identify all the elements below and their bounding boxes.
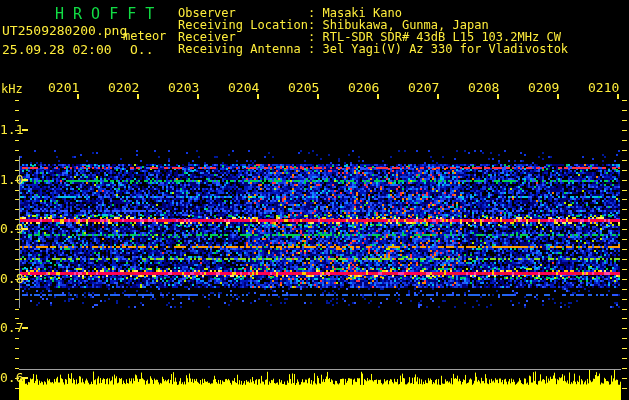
time-axis-label: 0202 [108,80,139,95]
info-value: 3el Yagi(V) Az 330 for Vladivostok [322,42,568,56]
time-axis-label: 0210 [588,80,619,95]
freq-axis-label: 0.8 [0,271,22,286]
hrofft-output: H R O F F T UT2509280200.png meteor 25.0… [0,0,629,400]
mode-label: meteor [123,29,166,43]
time-axis-label: 0208 [468,80,499,95]
info-row-antenna: Receiving Antenna: 3el Yagi(V) Az 330 fo… [178,43,568,55]
freq-axis-label: 0.6 [0,370,22,385]
info-label: Receiving Antenna [178,43,308,55]
spectrogram-canvas [0,0,629,400]
freq-axis-label: 1.1 [0,122,22,137]
time-axis-label: 0201 [48,80,79,95]
time-axis-label: 0205 [288,80,319,95]
output-filename: UT2509280200.png [2,23,127,38]
time-axis-label: 0206 [348,80,379,95]
datetime-label: 25.09.28 02:00 [2,42,112,57]
freq-axis-label: 0.7 [0,320,22,335]
time-axis-label: 0207 [408,80,439,95]
freq-axis-label: 0.9 [0,221,22,236]
station-info: Observer: Masaki Kano Receiving Location… [178,7,618,59]
app-title: H R O F F T [55,5,154,23]
freq-axis-label: 1.0 [0,172,22,187]
time-axis-label: 0204 [228,80,259,95]
info-separator: : [308,42,322,56]
time-axis-label: 0203 [168,80,199,95]
freq-axis-unit: kHz [1,82,23,96]
time-axis-label: 0209 [528,80,559,95]
counter-label: O.. [130,42,153,57]
